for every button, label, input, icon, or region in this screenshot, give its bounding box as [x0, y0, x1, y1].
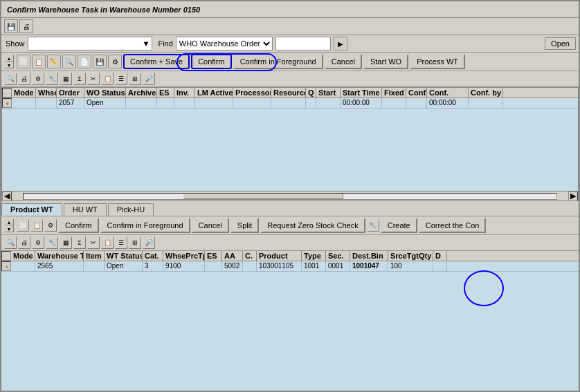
sm-icon2[interactable]: 🖨 — [18, 73, 30, 85]
split-button[interactable]: Split — [230, 218, 259, 233]
cell-fixed-top — [382, 98, 406, 108]
bcell-aa: 5002 — [222, 261, 243, 271]
cell-res-top — [271, 98, 306, 108]
create-button[interactable]: Create — [381, 218, 417, 233]
select-all-top[interactable] — [2, 88, 12, 97]
bcol-whseprc: WhsePrcTpe — [163, 251, 205, 261]
confirm-fg-button-top[interactable]: Confirm in Foreground — [233, 54, 323, 69]
confirm-button-top[interactable]: Confirm — [191, 54, 232, 69]
scroll-left-btn[interactable]: ◀ — [2, 192, 12, 201]
col-mode: Mode — [12, 88, 36, 97]
main-grid-panel: Mode Whse Order WO Status Archive ES Inv… — [1, 87, 579, 201]
bottom-grid-header: Mode Warehouse Task Item WT Status Cat. … — [1, 251, 579, 261]
bottom-scroll-down-icon[interactable]: ▼ — [4, 225, 14, 232]
cancel-button-top[interactable]: Cancel — [325, 54, 362, 69]
bt-icon1[interactable]: ⬜ — [17, 219, 29, 232]
who-select[interactable]: WHO Warehouse Order — [176, 37, 273, 50]
select-all-bottom[interactable] — [1, 251, 11, 261]
cell-lm-top — [195, 98, 233, 108]
scroll-right-btn[interactable]: ▶ — [568, 192, 578, 201]
sm-icon9[interactable]: ☰ — [115, 73, 127, 85]
cell-conf1-top — [406, 98, 427, 108]
bcol-mode: Mode — [11, 251, 35, 261]
print-icon[interactable]: 🖨 — [19, 19, 33, 33]
tb-icon3[interactable]: ✏️ — [47, 55, 61, 68]
cell-order-top: 2057 — [57, 98, 84, 108]
bsm-icon8[interactable]: 📋 — [101, 236, 114, 249]
sm-icon5[interactable]: ▦ — [60, 73, 72, 85]
start-wo-button[interactable]: Start WO — [363, 54, 408, 69]
bottom-scroll-up-icon[interactable]: ▲ — [4, 218, 14, 225]
tb-icon7[interactable]: ⚙ — [108, 55, 122, 68]
confirm-save-button[interactable]: Confirm + Save — [123, 54, 190, 69]
tb-icon6[interactable]: 💾 — [93, 55, 107, 68]
col-lm-active: LM Active — [195, 88, 233, 97]
dropdown-arrow[interactable]: ▼ — [143, 39, 150, 48]
sm-icon7[interactable]: ✂ — [87, 73, 100, 85]
create-icon[interactable]: 🔧 — [367, 219, 379, 232]
bsm-icon3[interactable]: ⚙ — [32, 236, 44, 249]
bt-icon3[interactable]: ⚙ — [44, 219, 57, 232]
open-button[interactable]: Open — [545, 37, 576, 50]
confirm-fg-button-bottom[interactable]: Confirm in Foreground — [100, 218, 190, 233]
col-start-time: Start Time — [341, 88, 382, 97]
bt-icon2[interactable]: 📋 — [30, 219, 43, 232]
top-grid-scrollbar[interactable]: ◀ ▶ — [2, 191, 578, 200]
tb-icon4[interactable]: 🔍 — [62, 55, 76, 68]
sm-icon3[interactable]: ⚙ — [32, 73, 44, 85]
tab-product-wt[interactable]: Product WT — [1, 203, 62, 216]
tab-hu-wt[interactable]: HU WT — [64, 203, 107, 216]
main-window: Confirm Warehouse Task in Warehouse Numb… — [0, 0, 580, 392]
save-icon[interactable]: 💾 — [4, 19, 18, 33]
bcol-wt: Warehouse Task — [35, 251, 84, 261]
col-conf2: Conf. — [427, 88, 469, 97]
bsm-icon1[interactable]: 🔍 — [4, 236, 17, 249]
bsm-icon9[interactable]: ☰ — [115, 236, 127, 249]
bsm-icon10[interactable]: ⊞ — [129, 236, 141, 249]
grid-header: Mode Whse Order WO Status Archive ES Inv… — [2, 88, 578, 98]
process-wt-button[interactable]: Process WT — [410, 54, 465, 69]
sm-icon11[interactable]: 🔎 — [143, 73, 155, 85]
bottom-action-toolbar: ▲ ▼ ⬜ 📋 ⚙ Confirm Confirm in Foreground … — [1, 216, 579, 235]
cell-wo-status-top: Open — [84, 98, 126, 108]
cell-confby-top — [469, 98, 503, 108]
correct-con-button[interactable]: Correct the Con — [419, 218, 487, 233]
tb-icon2[interactable]: 📋 — [32, 55, 46, 68]
col-start: Start — [316, 88, 341, 97]
scroll-thumb-top[interactable] — [183, 194, 343, 199]
bsm-icon4[interactable]: 🔧 — [46, 236, 58, 249]
find-input[interactable] — [275, 37, 331, 50]
confirm-button-bottom[interactable]: Confirm — [58, 218, 99, 233]
bcol-type: Type — [302, 251, 326, 261]
bsm-icon5[interactable]: ▦ — [60, 236, 72, 249]
tb-icon1[interactable]: ⬜ — [17, 55, 30, 68]
scroll-down-icon[interactable]: ▼ — [4, 62, 14, 68]
top-icon-toolbar: 💾 🖨 — [1, 18, 579, 35]
cell-proc-top — [233, 98, 271, 108]
sm-icon8[interactable]: 📋 — [101, 73, 114, 85]
row-select-bottom[interactable]: ⬦ — [1, 261, 11, 271]
tab-pick-hu[interactable]: Pick-HU — [108, 203, 154, 216]
sm-icon4[interactable]: 🔧 — [46, 73, 58, 85]
bcell-c — [243, 261, 257, 271]
bsm-icon6[interactable]: Σ — [73, 236, 86, 249]
tb-icon5[interactable]: 📄 — [78, 55, 91, 68]
show-input[interactable] — [28, 37, 152, 50]
small-icon-toolbar: 🔍 🖨 ⚙ 🔧 ▦ Σ ✂ 📋 ☰ ⊞ 🔎 — [1, 71, 579, 87]
sm-icon10[interactable]: ⊞ — [129, 73, 141, 85]
find-execute-icon[interactable]: ▶ — [334, 37, 347, 50]
row-select-top[interactable]: ⬦ — [2, 98, 12, 108]
request-zero-button[interactable]: Request Zero Stock Check — [260, 218, 365, 233]
bsm-icon11[interactable]: 🔎 — [143, 236, 155, 249]
sm-icon1[interactable]: 🔍 — [4, 73, 17, 85]
bcell-es — [205, 261, 222, 271]
table-row: ⬦ 2057 Open 00:00:00 00:00:00 — [2, 98, 578, 109]
sm-icon6[interactable]: Σ — [73, 73, 86, 85]
cancel-button-bottom[interactable]: Cancel — [192, 218, 229, 233]
bsm-icon2[interactable]: 🖨 — [18, 236, 30, 249]
cell-whse-top — [36, 98, 57, 108]
scroll-up-icon[interactable]: ▲ — [4, 55, 14, 62]
bsm-icon7[interactable]: ✂ — [87, 236, 100, 249]
col-fixed: Fixed — [382, 88, 406, 97]
bcell-mode — [11, 261, 35, 271]
